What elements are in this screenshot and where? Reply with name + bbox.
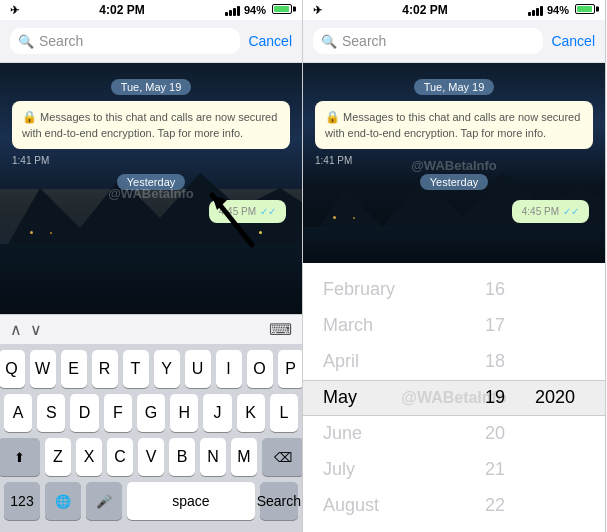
- key-d[interactable]: D: [70, 394, 98, 432]
- search-key[interactable]: Search: [260, 482, 298, 520]
- chat-area-left: Tue, May 19 🔒 Messages to this chat and …: [0, 63, 302, 314]
- key-s[interactable]: S: [37, 394, 65, 432]
- search-bar-right: 🔍 Search Cancel: [303, 20, 605, 63]
- nav-up-arrow[interactable]: ∧: [10, 320, 22, 339]
- right-panel: ✈ 4:02 PM 94% 🔍 Search Cancel: [303, 0, 606, 532]
- search-input-wrap-right[interactable]: 🔍 Search: [313, 28, 543, 54]
- watermark-left: @WABetaInfo: [108, 186, 194, 201]
- key-y[interactable]: Y: [154, 350, 180, 388]
- key-x[interactable]: X: [76, 438, 102, 476]
- kb-row-2: A S D F G H J K L: [4, 394, 298, 432]
- status-time-right: 4:02 PM: [402, 3, 447, 17]
- picker-month-aug: August: [323, 495, 475, 516]
- key-t[interactable]: T: [123, 350, 149, 388]
- key-z[interactable]: Z: [45, 438, 71, 476]
- battery-icon-right: [573, 4, 595, 16]
- search-icon-right: 🔍: [321, 34, 337, 49]
- keyboard: Q W E R T Y U I O P A S D F G H J K L ⬆ …: [0, 344, 302, 532]
- picker-day-20: 20: [475, 423, 515, 444]
- key-r[interactable]: R: [92, 350, 118, 388]
- key-n[interactable]: N: [200, 438, 226, 476]
- date-badge-right: Tue, May 19: [311, 77, 597, 95]
- status-left: ✈: [10, 4, 19, 17]
- picker-day-21: 21: [475, 459, 515, 480]
- shift-key[interactable]: ⬆: [0, 438, 40, 476]
- key-c[interactable]: C: [107, 438, 133, 476]
- date-badge-left: Tue, May 19: [8, 77, 294, 95]
- key-e[interactable]: E: [61, 350, 87, 388]
- kb-row-1: Q W E R T Y U I O P: [4, 350, 298, 388]
- key-a[interactable]: A: [4, 394, 32, 432]
- status-right-right: 94%: [528, 4, 595, 16]
- bottom-nav: ∧ ∨ ⌨: [0, 314, 302, 344]
- keyboard-icon[interactable]: ⌨: [269, 320, 292, 339]
- left-panel: ✈ 4:02 PM 94% 🔍 Search Cancel: [0, 0, 303, 532]
- globe-key[interactable]: 🌐: [45, 482, 81, 520]
- key-q[interactable]: Q: [0, 350, 25, 388]
- picker-day-17: 17: [475, 315, 515, 336]
- cancel-button-right[interactable]: Cancel: [551, 33, 595, 49]
- status-bar-right: ✈ 4:02 PM 94%: [303, 0, 605, 20]
- battery-percent-left: 94%: [244, 4, 266, 16]
- key-k[interactable]: K: [237, 394, 265, 432]
- kb-row-3: ⬆ Z X C V B N M ⌫: [4, 438, 298, 476]
- key-h[interactable]: H: [170, 394, 198, 432]
- checkmarks-right: ✓✓: [563, 206, 579, 217]
- key-p[interactable]: P: [278, 350, 304, 388]
- battery-percent-right: 94%: [547, 4, 569, 16]
- picker-month-feb: February: [323, 279, 475, 300]
- green-bubble-right: 4:45 PM ✓✓: [512, 200, 589, 223]
- battery-icon-left: [270, 4, 292, 16]
- checkmarks-left: ✓✓: [260, 206, 276, 217]
- key-v[interactable]: V: [138, 438, 164, 476]
- delete-key[interactable]: ⌫: [262, 438, 303, 476]
- yesterday-badge-right: Yesterday: [311, 172, 597, 190]
- chat-area-right: Tue, May 19 🔒 Messages to this chat and …: [303, 63, 605, 263]
- picker-row-feb: February 16: [303, 272, 605, 308]
- lock-icon: 🔒: [22, 110, 37, 124]
- picker-month-jun: June: [323, 423, 475, 444]
- picker-row-mar: March 17: [303, 308, 605, 344]
- key-i[interactable]: I: [216, 350, 242, 388]
- search-placeholder-right: Search: [342, 33, 386, 49]
- key-j[interactable]: J: [203, 394, 231, 432]
- arrow-overlay: [202, 185, 262, 259]
- key-m[interactable]: M: [231, 438, 257, 476]
- bubble-time-right: 4:45 PM: [522, 206, 559, 217]
- picker-row-jul: July 21: [303, 452, 605, 488]
- picker-row-jun: June 20: [303, 416, 605, 452]
- key-u[interactable]: U: [185, 350, 211, 388]
- picker-month-jul: July: [323, 459, 475, 480]
- watermark-chat-right: @WABetaInfo: [411, 158, 497, 173]
- picker-selected-year: 2020: [515, 387, 575, 408]
- search-input-wrap-left[interactable]: 🔍 Search: [10, 28, 240, 54]
- date-picker[interactable]: February 16 March 17 April 18 May: [303, 263, 605, 532]
- cancel-button-left[interactable]: Cancel: [248, 33, 292, 49]
- picker-day-18: 18: [475, 351, 515, 372]
- picker-month-mar: March: [323, 315, 475, 336]
- picker-row-apr: April 18: [303, 344, 605, 380]
- nav-down-arrow[interactable]: ∨: [30, 320, 42, 339]
- key-o[interactable]: O: [247, 350, 273, 388]
- signal-icon-right: [528, 4, 543, 16]
- picker-month-apr: April: [323, 351, 475, 372]
- key-b[interactable]: B: [169, 438, 195, 476]
- airplane-icon: ✈: [10, 4, 19, 17]
- picker-selected-day: 19: [475, 387, 515, 408]
- signal-icon: [225, 4, 240, 16]
- picker-row-may: May 19 2020: [303, 380, 605, 416]
- key-l[interactable]: L: [270, 394, 298, 432]
- status-left-right: ✈: [313, 4, 322, 17]
- space-key[interactable]: space: [127, 482, 255, 520]
- kb-row-4: 123 🌐 🎤 space Search: [4, 482, 298, 520]
- encryption-message-left: 🔒 Messages to this chat and calls are no…: [12, 101, 290, 149]
- key-w[interactable]: W: [30, 350, 56, 388]
- num-key[interactable]: 123: [4, 482, 40, 520]
- search-placeholder-left: Search: [39, 33, 83, 49]
- key-f[interactable]: F: [104, 394, 132, 432]
- key-g[interactable]: G: [137, 394, 165, 432]
- status-right-left: 94%: [225, 4, 292, 16]
- search-bar-left: 🔍 Search Cancel: [0, 20, 302, 63]
- mic-key[interactable]: 🎤: [86, 482, 122, 520]
- status-time-left: 4:02 PM: [99, 3, 144, 17]
